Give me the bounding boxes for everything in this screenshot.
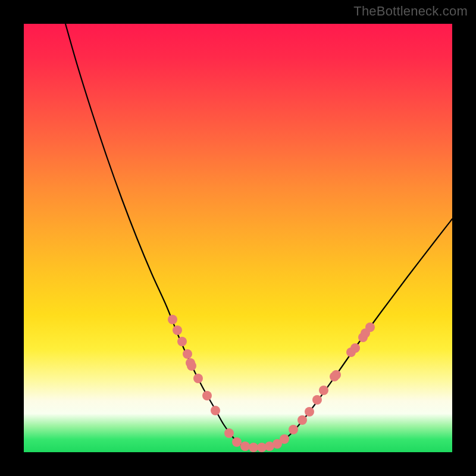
- data-point-marker: [187, 361, 196, 371]
- chart-frame: TheBottleneck.com: [0, 0, 476, 476]
- data-point-marker: [289, 425, 298, 434]
- data-point-marker: [240, 441, 250, 451]
- data-point-marker: [305, 407, 314, 416]
- data-point-marker: [224, 428, 234, 438]
- data-point-marker: [173, 325, 182, 335]
- data-point-marker: [232, 437, 242, 447]
- data-point-marker: [319, 386, 328, 395]
- data-point-marker: [249, 443, 258, 452]
- data-point-marker: [365, 322, 375, 332]
- data-point-marker: [298, 415, 307, 425]
- watermark-text: TheBottleneck.com: [353, 4, 468, 19]
- plot-area: [24, 24, 452, 452]
- data-point-marker: [202, 391, 212, 400]
- data-point-marker: [211, 406, 220, 415]
- data-point-marker: [331, 370, 341, 380]
- data-point-marker: [177, 337, 187, 346]
- data-point-marker: [312, 395, 322, 405]
- data-point-markers: [168, 315, 375, 452]
- data-point-marker: [280, 434, 289, 444]
- curve-left-branch: [65, 24, 238, 443]
- data-point-marker: [168, 315, 177, 324]
- data-point-marker: [183, 349, 192, 359]
- curve-svg: [24, 24, 452, 452]
- data-point-marker: [193, 374, 203, 383]
- data-point-marker: [350, 343, 360, 353]
